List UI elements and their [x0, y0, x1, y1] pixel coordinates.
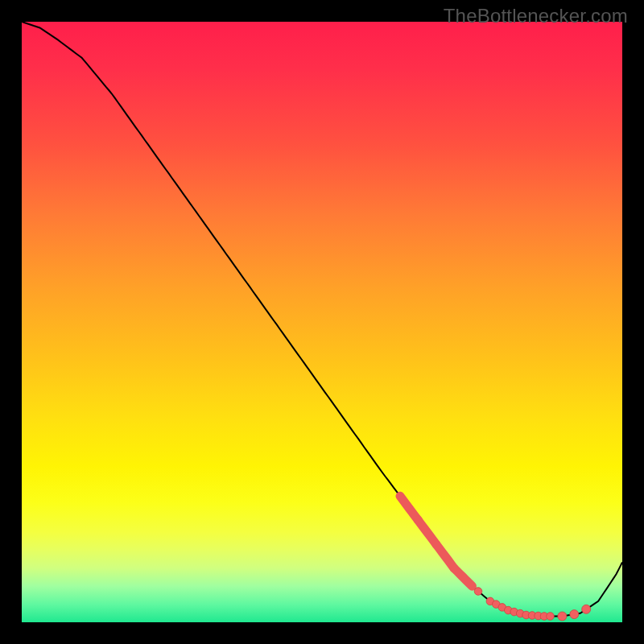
curve-marker-dot: [582, 605, 591, 613]
curve-marker-dot: [474, 588, 482, 596]
curve-highlight-segment: [400, 496, 418, 520]
curve-marker-dot: [570, 610, 579, 619]
curve-highlight-segment: [436, 544, 454, 568]
bottleneck-chart-svg: [22, 22, 622, 622]
curve-highlight-segment: [454, 568, 472, 586]
chart-plot-area: [22, 22, 622, 622]
curve-marker-dot: [558, 612, 567, 621]
curve-marker-dot: [547, 613, 555, 621]
bottleneck-curve-line: [22, 22, 622, 617]
curve-highlight-segment: [418, 520, 436, 544]
watermark-text: TheBottlenecker.com: [444, 5, 628, 27]
curve-markers: [400, 496, 591, 621]
